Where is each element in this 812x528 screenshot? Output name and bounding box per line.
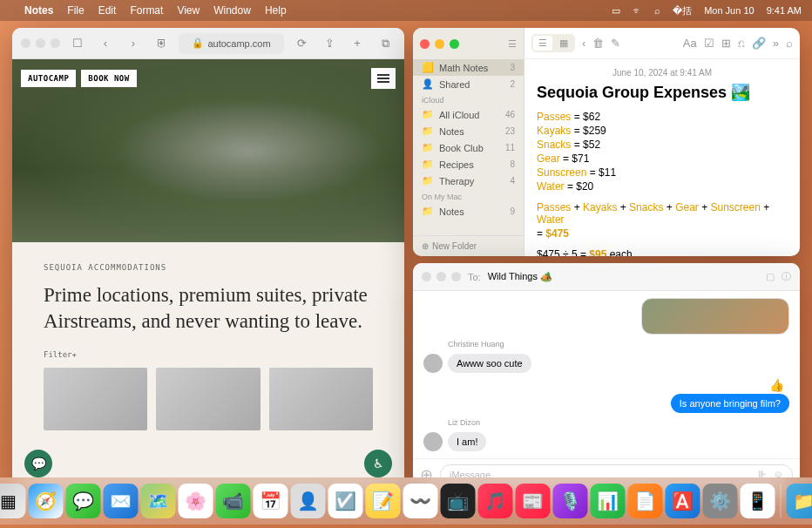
search-icon[interactable]: ⌕ — [654, 5, 660, 16]
notes-sidebar: ☰ 🟨 Math Notes 3 👤 Shared 2 iCloud 📁All … — [413, 28, 524, 256]
safari-window: ☐ ‹ › ⛨ 🔒 autocamp.com ⟳ ⇪ + ⧉ AUTOCAMP … — [12, 28, 404, 490]
message-thread[interactable]: Christine HuangAwww soo cute👍Is anyone b… — [413, 291, 800, 458]
dock-pages[interactable]: 📄 — [628, 484, 663, 518]
dock-freeform[interactable]: 〰️ — [403, 484, 438, 518]
tabs-icon[interactable]: ⧉ — [375, 35, 396, 52]
more-icon[interactable]: » — [773, 37, 779, 50]
grid-view-icon[interactable]: ▦ — [554, 36, 573, 51]
dock-facetime[interactable]: 📹 — [216, 484, 251, 518]
forward-button[interactable]: › — [123, 35, 144, 52]
window-controls[interactable] — [420, 39, 459, 49]
sidebar-item-book-club[interactable]: 📁Book Club11 — [413, 139, 524, 156]
control-center-icon[interactable]: �括 — [673, 4, 692, 17]
reload-icon[interactable]: ⟳ — [291, 35, 312, 52]
new-folder-button[interactable]: ⊕New Folder — [413, 235, 524, 256]
filter-link[interactable]: Filter+ — [44, 350, 373, 359]
sidebar-item-recipes[interactable]: 📁Recipes8 — [413, 156, 524, 173]
hamburger-menu[interactable] — [371, 68, 396, 89]
dock-music[interactable]: 🎵 — [478, 484, 513, 518]
message-bubble[interactable]: Is anyone bringing film? — [671, 394, 789, 413]
sidebar-toggle-icon[interactable]: ☐ — [67, 35, 88, 52]
dock-maps[interactable]: 🗺️ — [141, 484, 176, 518]
message-row: Awww soo cute — [423, 354, 789, 373]
sidebar-item-label: Shared — [439, 79, 470, 90]
dock-mail[interactable]: ✉️ — [104, 484, 139, 518]
sidebar-toggle-icon[interactable]: ☰ — [508, 38, 517, 50]
link-icon[interactable]: 🔗 — [752, 37, 766, 50]
list-view-icon[interactable]: ☰ — [533, 36, 552, 51]
tapback-reaction[interactable]: 👍 — [769, 378, 784, 392]
back-icon[interactable]: ‹ — [582, 37, 585, 50]
sidebar-item-all-icloud[interactable]: 📁All iCloud46 — [413, 106, 524, 123]
table-icon[interactable]: ⊞ — [721, 37, 731, 50]
menubar-date[interactable]: Mon Jun 10 — [704, 5, 754, 16]
dock-reminders[interactable]: ☑️ — [328, 484, 363, 518]
media-icon[interactable]: ⎌ — [738, 37, 745, 50]
chat-fab[interactable]: 💬 — [24, 450, 52, 477]
format-icon[interactable]: Aa — [683, 37, 697, 50]
facetime-video-icon[interactable]: ▢ — [766, 271, 775, 282]
menu-view[interactable]: View — [177, 4, 200, 17]
dock-tv[interactable]: 📺 — [441, 484, 476, 518]
menu-help[interactable]: Help — [265, 4, 287, 17]
lock-icon: 🔒 — [192, 37, 204, 49]
menubar: Notes File Edit Format View Window Help … — [0, 0, 812, 21]
logo-badge[interactable]: AUTOCAMP — [21, 70, 76, 87]
dock-calendar[interactable]: 📅 — [254, 484, 288, 518]
window-controls[interactable] — [21, 38, 60, 48]
shield-icon[interactable]: ⛨ — [151, 35, 172, 52]
to-label: To: — [468, 272, 481, 282]
message-image[interactable] — [641, 298, 789, 335]
dock-safari[interactable]: 🧭 — [29, 484, 64, 518]
menubar-time[interactable]: 9:41 AM — [767, 5, 802, 16]
dock-news[interactable]: 📰 — [516, 484, 551, 518]
menu-file[interactable]: File — [67, 4, 84, 17]
trash-icon[interactable]: 🗑 — [592, 37, 604, 50]
accommodation-thumb[interactable] — [44, 368, 147, 430]
search-icon[interactable]: ⌕ — [786, 37, 793, 50]
address-bar[interactable]: 🔒 autocamp.com — [179, 33, 284, 54]
menu-edit[interactable]: Edit — [98, 4, 117, 17]
dock-iphone[interactable]: 📱 — [741, 484, 775, 518]
message-bubble[interactable]: Awww soo cute — [448, 354, 531, 373]
checklist-icon[interactable]: ☑ — [704, 37, 714, 50]
share-icon[interactable]: ⇪ — [319, 35, 340, 52]
sidebar-item-notes[interactable]: 📁Notes23 — [413, 123, 524, 139]
battery-icon[interactable]: ▭ — [612, 5, 620, 17]
window-controls[interactable] — [422, 272, 461, 281]
calculator-icon: 🟨 — [422, 62, 434, 73]
menu-format[interactable]: Format — [130, 4, 163, 17]
accessibility-fab[interactable]: ♿︎ — [364, 450, 392, 477]
dock-contacts[interactable]: 👤 — [291, 484, 326, 518]
info-icon[interactable]: ⓘ — [782, 270, 791, 283]
sidebar-item-local-notes[interactable]: 📁Notes9 — [413, 203, 524, 220]
back-button[interactable]: ‹ — [95, 35, 116, 52]
notes-window: ☰ 🟨 Math Notes 3 👤 Shared 2 iCloud 📁All … — [413, 28, 800, 256]
dock-settings[interactable]: ⚙️ — [703, 484, 738, 518]
dock-appstore[interactable]: 🅰️ — [666, 484, 700, 518]
avatar[interactable] — [423, 432, 443, 451]
wifi-icon[interactable]: ᯤ — [633, 5, 642, 16]
sidebar-item-therapy[interactable]: 📁Therapy4 — [413, 173, 524, 189]
app-menu[interactable]: Notes — [24, 4, 53, 17]
sidebar-item-math-notes[interactable]: 🟨 Math Notes 3 — [413, 59, 524, 76]
message-bubble[interactable]: I am! — [448, 432, 486, 451]
dock-notes[interactable]: 📝 — [366, 484, 401, 518]
book-now-button[interactable]: BOOK NOW — [81, 70, 136, 87]
dock-numbers[interactable]: 📊 — [591, 484, 626, 518]
dock-downloads[interactable]: 📁 — [787, 484, 813, 518]
recipient[interactable]: Wild Things 🏕️ — [488, 271, 552, 282]
avatar[interactable] — [423, 354, 443, 373]
menu-window[interactable]: Window — [213, 4, 251, 17]
accommodation-thumb[interactable] — [269, 368, 373, 430]
accommodation-thumb[interactable] — [156, 368, 260, 430]
compose-icon[interactable]: ✎ — [611, 37, 620, 50]
new-tab-icon[interactable]: + — [347, 35, 368, 52]
dock-photos[interactable]: 🌸 — [179, 484, 213, 518]
note-editor[interactable]: June 10, 2024 at 9:41 AM Sequoia Group E… — [524, 59, 800, 256]
sidebar-item-shared[interactable]: 👤 Shared 2 — [413, 76, 524, 92]
view-mode-segment[interactable]: ☰▦ — [531, 34, 575, 52]
dock-podcasts[interactable]: 🎙️ — [553, 484, 588, 518]
dock-launchpad[interactable]: ▦ — [0, 484, 26, 518]
dock-messages[interactable]: 💬 — [66, 484, 101, 518]
